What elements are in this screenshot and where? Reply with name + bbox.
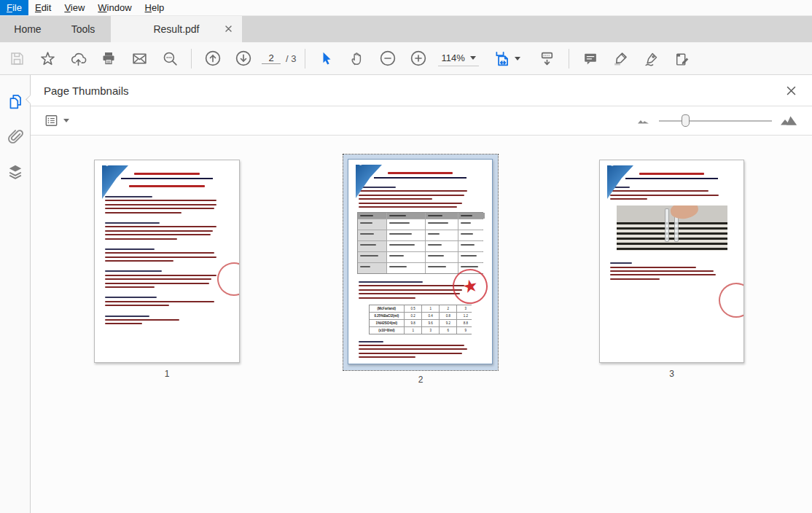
text-line [105,309,229,311]
text-line [105,248,155,250]
tab-tools-label: Tools [71,23,95,35]
table-cell [358,219,386,230]
table-cell [458,241,485,251]
panel-close-button[interactable] [786,85,797,96]
text-line [105,230,213,232]
enlarge-thumbnails-button[interactable] [781,116,797,125]
doc-title-line [639,173,704,175]
menu-view[interactable]: View [58,0,91,15]
next-page-button[interactable] [228,45,259,71]
thumbnail-page-1[interactable]: 1 [94,160,240,363]
sign-button[interactable] [636,45,667,71]
table-cell [358,230,386,240]
hand-tool-button[interactable] [342,45,372,71]
chevron-down-icon [63,119,69,122]
page-fit-dropdown[interactable] [493,50,520,67]
text-line [610,198,647,200]
text-line [359,187,396,188]
select-tool-button[interactable] [311,45,342,71]
fill-sign-button[interactable] [667,45,698,71]
toolbar-separator [569,49,569,68]
text-line [359,203,462,204]
zoom-out-button[interactable] [372,45,403,71]
page-count-label: / 3 [286,53,296,64]
slider-knob[interactable] [682,114,690,127]
page-1-text [95,187,239,324]
panel-header: Page Thumbnails [31,75,812,106]
comment-button[interactable] [575,45,606,71]
text-line [105,270,162,272]
tab-document[interactable]: Result.pdf [111,16,242,42]
page-3-text-a [600,179,743,200]
email-button[interactable] [124,45,155,71]
text-line [105,297,157,298]
menu-window[interactable]: Window [91,0,138,15]
favorite-button[interactable] [32,45,63,71]
thumbnail-size-slider[interactable] [659,114,772,127]
thumbnail-page-3[interactable]: 3 [599,160,744,363]
previous-page-button[interactable] [198,45,228,71]
table-cell [458,213,485,219]
save-button[interactable] [1,45,32,71]
menu-edit[interactable]: Edit [28,0,58,15]
menu-file[interactable]: File [0,0,28,15]
search-button[interactable] [155,45,185,71]
text-line [105,283,209,284]
page-number-input[interactable] [262,52,281,64]
zoom-level-value: 114% [441,52,464,63]
table-cell [387,252,424,262]
sidebar-item-page-thumbnails[interactable] [6,92,25,111]
mcfarland-table: (McFarland)0.51230.25%BaCl2(ml)0.20.40.8… [369,305,472,334]
print-button[interactable] [93,45,124,71]
table-cell [426,241,458,251]
text-line [105,323,142,324]
doc-title-rule [121,178,214,179]
sidebar-item-attachments[interactable] [6,127,25,146]
table-cell [358,263,386,273]
table-cell: 0.5 [405,305,421,312]
zoom-in-button[interactable] [403,45,434,71]
text-line [105,252,214,254]
tab-document-label: Result.pdf [153,23,199,35]
share-button[interactable] [63,45,93,71]
table-cell: 9 [457,327,474,334]
text-line [105,226,216,227]
reduce-thumbnails-button[interactable] [638,117,649,124]
tab-tools[interactable]: Tools [55,16,111,42]
read-mode-button[interactable] [532,45,563,71]
chevron-down-icon [470,56,476,60]
tab-close-icon[interactable] [224,24,233,34]
text-line [105,319,179,321]
text-line [610,190,708,192]
tab-home[interactable]: Home [0,16,55,42]
thumbnail-label-2: 2 [343,375,498,385]
text-line [359,345,464,346]
slider-track[interactable] [659,120,772,122]
thumbnail-options-button[interactable] [44,113,69,128]
text-line [105,238,177,240]
cursor-arrow-icon [319,50,335,66]
search-icon [162,50,179,67]
sidebar-item-layers[interactable] [6,162,25,181]
table-cell: 3 [422,327,439,334]
read-mode-icon [539,50,555,67]
text-line [610,278,660,280]
zoom-level-dropdown[interactable]: 114% [438,51,478,66]
page-2-text-a [348,179,492,208]
photo-stripes [617,222,727,251]
text-line [105,286,155,288]
fountain-pen-icon [643,50,660,67]
test-tube-photo [617,205,727,251]
table-cell [426,213,458,219]
panel-toolbar [31,106,812,136]
doc-title-line [388,172,453,174]
highlight-button[interactable] [606,45,636,71]
text-line [105,200,216,201]
table-cell: 0.8 [440,313,456,319]
envelope-icon [131,50,148,67]
thumbnail-selection: 2 (McFarland)0.51230.25%BaCl2(ml)0.20.40… [343,154,498,370]
thumbnail-page-2[interactable]: 2 (McFarland)0.51230.25%BaCl2(ml)0.20.40… [348,159,493,364]
table-cell [358,213,386,219]
table-cell: 9.8 [405,320,421,326]
menu-help[interactable]: Help [138,0,171,15]
